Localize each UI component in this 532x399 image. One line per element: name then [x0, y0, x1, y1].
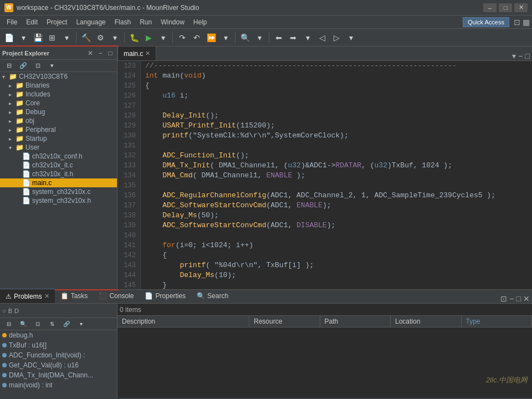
outline-item[interactable]: Get_ADC_Val(u8) : u16 [0, 360, 117, 370]
tb-search[interactable]: 🔍 [238, 31, 252, 44]
code-line-141[interactable]: for(i=0; i<1024; i++) [145, 241, 528, 250]
minimize-button[interactable]: – [483, 3, 497, 12]
code-line-128[interactable]: Delay_Init(); [145, 111, 528, 121]
pe-collapse-all[interactable]: ⊟ [2, 59, 16, 73]
tab-tasks[interactable]: 📋 Tasks [55, 289, 94, 303]
code-line-130[interactable]: printf("SystemClk:%d\r\n",SystemCoreCloc… [145, 131, 528, 141]
tree-item-peripheral[interactable]: ▸ 📁 Peripheral [0, 125, 117, 134]
quick-access-button[interactable]: Quick Access [463, 17, 509, 27]
outline-item[interactable]: main(void) : int [0, 380, 117, 390]
tb-dropdown6[interactable]: ▾ [253, 31, 266, 44]
editor-view-menu[interactable]: ▾ [512, 52, 516, 60]
code-line-125[interactable]: { [145, 81, 528, 91]
tab-search[interactable]: 🔍 Search [191, 289, 234, 303]
tree-item-obj[interactable]: ▸ 📁 obj [0, 116, 117, 125]
outline-hide-fields[interactable]: ⊡ [31, 318, 44, 331]
tb-dropdown5[interactable]: ▾ [219, 31, 232, 44]
code-line-139[interactable]: ADC_SoftwareStartConvCmd(ADC1, DISABLE); [145, 221, 528, 231]
toolbar-icon-1[interactable]: ⊡ [514, 18, 520, 27]
code-line-137[interactable]: ADC_SoftwareStartConvCmd(ADC1, ENABLE); [145, 201, 528, 211]
col-location[interactable]: Location [391, 316, 462, 327]
code-editor[interactable]: 1231241251261271281291301311321331341351… [117, 61, 532, 289]
tree-item-system_h[interactable]: 📄 system_ch32v10x.h [0, 196, 117, 205]
outline-item[interactable]: ADC_Function_Init(void) : [0, 350, 117, 360]
tree-item-main_c[interactable]: 📄 main.c [0, 178, 117, 187]
tb-run[interactable]: ▶ [142, 31, 155, 44]
outline-tab-d[interactable]: D [14, 308, 19, 314]
code-line-123[interactable]: //--------------------------------------… [145, 61, 528, 71]
outline-search[interactable]: 🔍 [17, 318, 30, 331]
tb-debug[interactable]: 🐛 [127, 31, 141, 44]
tb-save[interactable]: 💾 [31, 31, 44, 44]
tb-resume[interactable]: ⏩ [204, 31, 218, 44]
tb-dropdown3[interactable]: ▾ [108, 31, 121, 44]
tb-dropdown2[interactable]: ▾ [60, 31, 73, 44]
editor-maximize[interactable]: □ [525, 52, 530, 60]
code-line-144[interactable]: Delay_Ms(10); [145, 270, 528, 280]
tb-fwd[interactable]: ▷ [330, 31, 343, 44]
maximize-button[interactable]: □ [499, 3, 512, 12]
code-line-129[interactable]: USART_Printf_Init(115200); [145, 121, 528, 131]
col-description[interactable]: Description [117, 316, 249, 327]
code-line-124[interactable]: int main(void) [145, 71, 528, 81]
menu-window[interactable]: Window [156, 17, 189, 27]
menu-language[interactable]: Language [71, 17, 110, 27]
tree-item-it_c[interactable]: 📄 ch32v10x_it.c [0, 161, 117, 170]
close-button[interactable]: ✕ [514, 3, 528, 12]
tb-nav2[interactable]: ➡ [287, 31, 300, 44]
tb-step2[interactable]: ↶ [190, 31, 203, 44]
pe-minimize-btn[interactable]: − [96, 49, 105, 58]
menu-file[interactable]: File [2, 17, 22, 27]
outline-item[interactable]: debug.h [0, 330, 117, 340]
pe-close-btn[interactable]: ✕ [86, 49, 95, 58]
menu-project[interactable]: Project [42, 17, 71, 27]
pe-menu[interactable]: ▾ [45, 59, 59, 73]
bottom-view-menu[interactable]: ⊡ [500, 294, 507, 303]
menu-help[interactable]: Help [189, 17, 212, 27]
menu-flash[interactable]: Flash [110, 17, 135, 27]
tree-item-startup[interactable]: ▸ 📁 Startup [0, 134, 117, 143]
outline-item[interactable]: TxBuf : u16[] [0, 340, 117, 350]
tab-problems[interactable]: ⚠ Problems ✕ [0, 289, 55, 303]
editor-minimize[interactable]: − [518, 52, 523, 60]
tb-build2[interactable]: ⚙ [94, 31, 107, 44]
code-line-135[interactable] [145, 181, 528, 191]
code-line-136[interactable]: ADC_RegularChannelConfig(ADC1, ADC_Chann… [145, 191, 528, 201]
code-line-126[interactable]: u16 i; [145, 91, 528, 101]
code-line-143[interactable]: printf( "%04d\r\n", TxBuf[i] ); [145, 260, 528, 270]
tab-main-c[interactable]: main.c ✕ [117, 46, 156, 60]
tb-dropdown8[interactable]: ▾ [344, 31, 357, 44]
outline-sort[interactable]: ⇅ [45, 318, 59, 331]
col-path[interactable]: Path [320, 316, 391, 327]
tb-nav1[interactable]: ⬅ [272, 31, 285, 44]
outline-tab-b[interactable]: B [8, 308, 12, 314]
code-line-138[interactable]: Delay_Ms(50); [145, 211, 528, 221]
tree-item-conf_h[interactable]: 📄 ch32v10x_conf.h [0, 152, 117, 161]
bottom-close[interactable]: ✕ [523, 294, 530, 303]
tree-item-system_c[interactable]: 📄 system_ch32v10x.c [0, 187, 117, 196]
pe-link-editor[interactable]: 🔗 [17, 59, 30, 73]
outline-item[interactable]: DMA_Tx_Init(DMA_Chann... [0, 370, 117, 380]
toolbar-icon-2[interactable]: ▦ [523, 18, 530, 27]
code-line-142[interactable]: { [145, 250, 528, 260]
tab-close-btn[interactable]: ✕ [145, 50, 150, 57]
pe-maximize-btn[interactable]: □ [106, 49, 115, 58]
code-line-140[interactable] [145, 231, 528, 241]
tree-item-ch32v[interactable]: ▾ 📁 CH32V103C8T6 [0, 72, 117, 81]
tree-item-debug[interactable]: ▸ 📁 Debug [0, 108, 117, 116]
tab-properties[interactable]: 📄 Properties [139, 289, 191, 303]
outline-menu[interactable]: ▾ [74, 318, 88, 331]
code-line-131[interactable] [145, 141, 528, 151]
tb-build[interactable]: 🔨 [79, 31, 93, 44]
tree-item-core[interactable]: ▸ 📁 Core [0, 99, 117, 108]
menu-run[interactable]: Run [135, 17, 156, 27]
bottom-maximize[interactable]: □ [516, 294, 521, 303]
code-line-134[interactable]: DMA_Cmd( DMA1_Channel1, ENABLE ); [145, 171, 528, 181]
col-type[interactable]: Type [462, 316, 533, 327]
tb-back[interactable]: ◁ [315, 31, 329, 44]
tab-problems-close[interactable]: ✕ [44, 293, 49, 300]
outline-collapse[interactable]: ⊟ [2, 318, 16, 331]
bottom-minimize[interactable]: − [509, 294, 514, 303]
code-line-133[interactable]: DMA_Tx_Init( DMA1_Channel1, (u32)&ADC1->… [145, 161, 528, 171]
tree-item-includes[interactable]: ▸ 📁 Includes [0, 90, 117, 99]
